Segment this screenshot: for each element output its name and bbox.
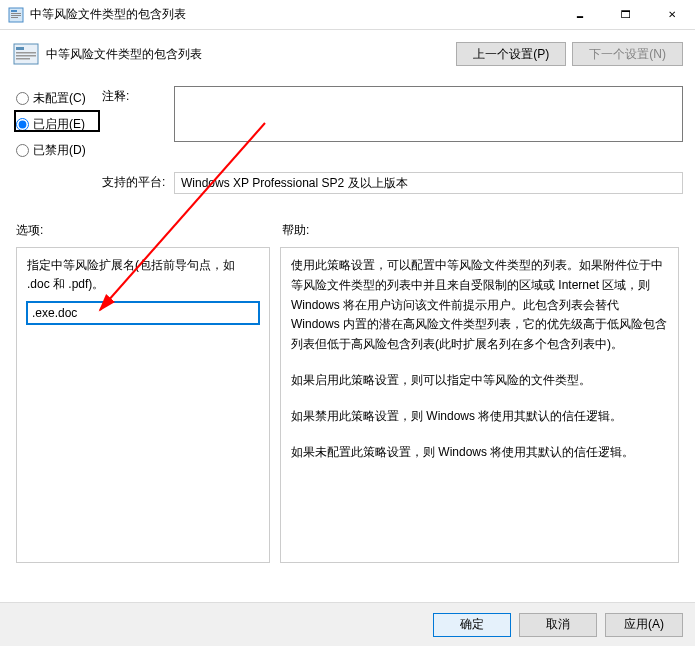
- comment-label: 注释:: [102, 86, 174, 105]
- svg-rect-8: [16, 55, 36, 57]
- svg-rect-2: [11, 13, 21, 14]
- minimize-button[interactable]: 🗕: [557, 0, 603, 30]
- close-button[interactable]: ✕: [649, 0, 695, 30]
- comment-textarea[interactable]: [174, 86, 683, 142]
- window-title: 中等风险文件类型的包含列表: [30, 6, 557, 23]
- help-label: 帮助:: [272, 222, 683, 239]
- help-panel: 使用此策略设置，可以配置中等风险文件类型的列表。如果附件位于中等风险文件类型的列…: [280, 247, 679, 563]
- svg-rect-4: [11, 17, 18, 18]
- help-paragraph: 使用此策略设置，可以配置中等风险文件类型的列表。如果附件位于中等风险文件类型的列…: [291, 256, 668, 355]
- extensions-input[interactable]: [27, 302, 259, 324]
- radio-enabled[interactable]: 已启用(E): [16, 114, 102, 134]
- apply-button[interactable]: 应用(A): [605, 613, 683, 637]
- cancel-button[interactable]: 取消: [519, 613, 597, 637]
- help-paragraph: 如果未配置此策略设置，则 Windows 将使用其默认的信任逻辑。: [291, 443, 668, 463]
- help-paragraph: 如果启用此策略设置，则可以指定中等风险的文件类型。: [291, 371, 668, 391]
- header-row: 中等风险文件类型的包含列表 上一个设置(P) 下一个设置(N): [12, 40, 683, 68]
- header-title: 中等风险文件类型的包含列表: [46, 46, 450, 63]
- svg-rect-1: [11, 10, 17, 12]
- platform-label: 支持的平台:: [102, 172, 174, 191]
- platform-text: Windows XP Professional SP2 及以上版本: [174, 172, 683, 194]
- radio-group: 未配置(C) 已启用(E) 已禁用(D): [12, 86, 102, 166]
- dialog-footer: 确定 取消 应用(A): [0, 602, 695, 646]
- svg-rect-7: [16, 52, 36, 54]
- svg-rect-6: [16, 47, 24, 50]
- help-paragraph: 如果禁用此策略设置，则 Windows 将使用其默认的信任逻辑。: [291, 407, 668, 427]
- ok-button[interactable]: 确定: [433, 613, 511, 637]
- app-icon: [8, 7, 24, 23]
- radio-not-configured[interactable]: 未配置(C): [16, 88, 102, 108]
- radio-disabled[interactable]: 已禁用(D): [16, 140, 102, 160]
- policy-icon: [12, 40, 40, 68]
- maximize-button[interactable]: 🗖: [603, 0, 649, 30]
- titlebar: 中等风险文件类型的包含列表 🗕 🗖 ✕: [0, 0, 695, 30]
- options-label: 选项:: [12, 222, 272, 239]
- options-panel: 指定中等风险扩展名(包括前导句点，如 .doc 和 .pdf)。: [16, 247, 270, 563]
- svg-rect-9: [16, 58, 30, 60]
- options-description: 指定中等风险扩展名(包括前导句点，如 .doc 和 .pdf)。: [27, 256, 259, 294]
- svg-rect-3: [11, 15, 21, 16]
- prev-setting-button[interactable]: 上一个设置(P): [456, 42, 566, 66]
- next-setting-button: 下一个设置(N): [572, 42, 683, 66]
